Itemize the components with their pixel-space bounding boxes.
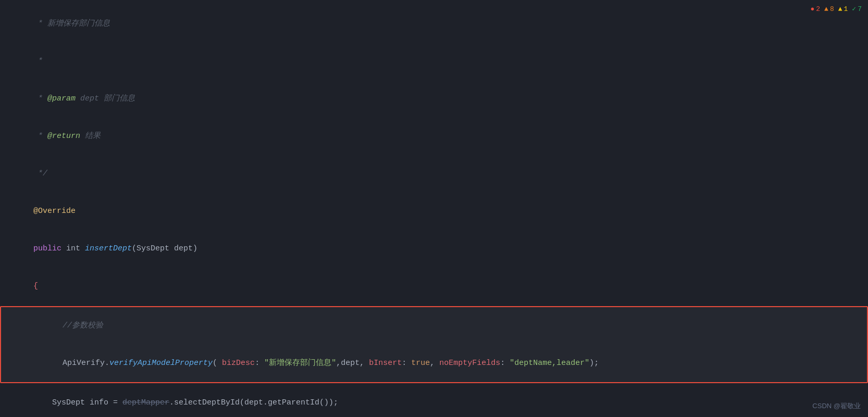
code-line: * @param dept 部门信息: [0, 80, 868, 118]
code-line: {: [0, 268, 868, 305]
highlighted-code-block: //参数校验 ApiVerify.verifyApiModelProperty(…: [0, 306, 868, 383]
code-line: @Override: [0, 193, 868, 230]
code-line: * @return 结果: [0, 118, 868, 155]
code-line: */: [0, 155, 868, 193]
code-line: *: [0, 43, 868, 80]
watermark-text: CSDN @翟敬业: [812, 401, 861, 412]
code-editor: * 新增保存部门信息 * * @param dept 部门信息 * @retur…: [0, 0, 868, 417]
code-line: ApiVerify.verifyApiModelProperty( bizDes…: [1, 345, 867, 382]
code-line: public int insertDept(SysDept dept): [0, 230, 868, 268]
code-line: * 新增保存部门信息: [0, 5, 868, 43]
code-line: //参数校验: [1, 307, 867, 345]
code-line: SysDept info = deptMapper.selectDeptById…: [0, 384, 868, 417]
